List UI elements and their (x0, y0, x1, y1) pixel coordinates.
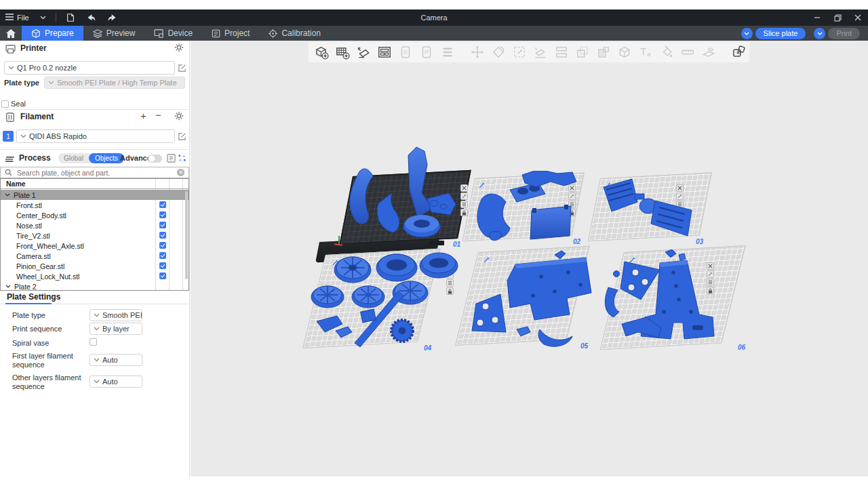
remove-filament-button[interactable]: − (155, 109, 161, 121)
edit-plate-icon[interactable] (446, 271, 454, 279)
edit-plate-icon[interactable] (578, 271, 586, 279)
list-item[interactable]: Camera.stl (1, 251, 183, 261)
seal-checkbox[interactable] (1, 100, 9, 108)
rename-plate-icon[interactable] (479, 179, 485, 191)
ps-plate-type-select[interactable]: Smooth PEI ... (90, 309, 142, 321)
printer-settings-button[interactable] (174, 43, 184, 55)
filament-settings-button[interactable] (174, 111, 184, 123)
redo-button[interactable] (102, 9, 123, 26)
process-list-view-button[interactable] (167, 153, 176, 165)
visibility-checkbox[interactable] (159, 201, 166, 208)
ps-first-layer-select[interactable]: Auto (90, 354, 142, 366)
tab-project[interactable]: Project (202, 26, 259, 41)
advanced-toggle[interactable] (148, 155, 162, 163)
ps-print-sequence-select[interactable]: By layer (90, 323, 142, 335)
tab-prepare[interactable]: Prepare (22, 26, 83, 41)
search-input[interactable] (16, 168, 177, 178)
plate-settings-icon[interactable] (460, 201, 468, 208)
list-item[interactable]: Tire_V2.stl (1, 230, 183, 241)
rename-plate-icon[interactable] (629, 253, 635, 266)
plate-settings-icon[interactable] (578, 279, 586, 287)
list-item-plate1[interactable]: Plate 1 (1, 190, 189, 200)
rename-plate-icon[interactable] (605, 179, 611, 191)
save-project-button[interactable] (60, 9, 81, 26)
list-item-plate2[interactable]: Plate 2 (1, 281, 183, 291)
lock-plate-icon[interactable] (707, 287, 714, 294)
auto-orient-icon[interactable] (356, 45, 371, 60)
arrange-icon[interactable] (377, 45, 392, 60)
delete-plate-icon[interactable] (446, 263, 454, 270)
tab-calibration[interactable]: Calibration (259, 26, 330, 41)
edit-plate-icon[interactable] (676, 192, 684, 200)
visibility-checkbox[interactable] (159, 222, 166, 228)
edit-plate-icon[interactable] (460, 192, 468, 200)
edit-plate-icon[interactable] (707, 270, 714, 278)
add-plate-icon[interactable] (335, 45, 350, 60)
build-plate-4[interactable] (302, 249, 441, 349)
assembly-icon[interactable] (731, 45, 746, 60)
list-item[interactable]: Wheel_Lock_Nut.stl (1, 271, 183, 281)
list-item[interactable]: Nose.stl (1, 220, 183, 230)
lock-plate-icon[interactable] (578, 287, 586, 295)
filament-preset-select[interactable]: QIDI ABS Rapido (16, 129, 175, 143)
file-menu[interactable]: File (0, 9, 35, 26)
edit-filament-button[interactable] (178, 131, 186, 144)
build-plate-5[interactable] (455, 246, 590, 346)
visibility-checkbox[interactable] (159, 211, 166, 218)
edit-plate-icon[interactable] (568, 192, 576, 200)
home-button[interactable] (0, 26, 22, 41)
rename-plate-icon[interactable] (484, 253, 490, 266)
list-item[interactable]: Center_Body.stl (1, 210, 183, 220)
slice-options-dropdown[interactable] (741, 28, 753, 39)
edit-printer-button[interactable] (178, 63, 186, 75)
visibility-checkbox[interactable] (159, 252, 166, 259)
tab-preview[interactable]: Preview (83, 26, 145, 41)
process-compare-button[interactable] (178, 153, 186, 165)
spiral-vase-checkbox[interactable] (90, 338, 97, 346)
clear-search-button[interactable]: ✕ (177, 169, 184, 176)
minimize-button[interactable] (807, 9, 827, 26)
scope-global-segment[interactable]: Global (58, 155, 89, 162)
delete-plate-icon[interactable] (460, 184, 468, 192)
delete-plate-icon[interactable] (676, 184, 684, 192)
close-button[interactable] (848, 9, 868, 26)
plate-type-select: Smooth PEI Plate / High Temp Plate (44, 77, 185, 89)
clone-icon (575, 45, 590, 60)
slice-plate-button[interactable]: Slice plate (755, 28, 806, 39)
print-options-dropdown[interactable] (814, 28, 825, 39)
list-item[interactable]: Pinion_Gear.stl (1, 261, 183, 271)
lock-plate-icon[interactable] (568, 209, 576, 216)
restore-button[interactable] (827, 9, 848, 26)
viewport-3d[interactable]: 0 P Ta (191, 41, 868, 476)
plate-settings-icon[interactable] (568, 201, 576, 208)
delete-plate-icon[interactable] (568, 184, 576, 192)
tab-device[interactable]: Device (144, 26, 202, 41)
visibility-checkbox[interactable] (159, 262, 166, 269)
plate-settings-icon[interactable] (707, 279, 714, 286)
visibility-checkbox[interactable] (159, 272, 166, 279)
add-filament-button[interactable]: + (140, 110, 146, 121)
printer-preset-select[interactable]: Q1 Pro 0.2 nozzle (4, 61, 175, 75)
lock-plate-icon[interactable] (676, 209, 684, 216)
file-menu-chevron[interactable] (35, 9, 52, 26)
list-item[interactable]: Front.stl (1, 200, 183, 210)
lock-plate-icon[interactable] (460, 209, 468, 216)
plate-settings-icon[interactable] (446, 279, 454, 287)
visibility-checkbox[interactable] (159, 242, 166, 249)
scope-objects-segment[interactable]: Objects (89, 153, 124, 163)
delete-plate-icon[interactable] (578, 263, 586, 270)
list-scrollbar[interactable] (185, 191, 188, 279)
build-plate-6[interactable] (600, 245, 746, 350)
plate-settings-icon[interactable] (676, 201, 684, 208)
visibility-checkbox[interactable] (159, 232, 166, 239)
print-button[interactable]: Print (828, 28, 860, 39)
list-item[interactable]: Front_Wheel_Axle.stl (1, 241, 183, 251)
ps-other-layers-select[interactable]: Auto (90, 375, 142, 388)
filament-slot-badge[interactable]: 1 (3, 131, 14, 142)
undo-button[interactable] (81, 9, 102, 26)
build-plate-1[interactable] (339, 170, 471, 245)
delete-plate-icon[interactable] (707, 262, 714, 270)
lock-plate-icon[interactable] (446, 287, 454, 295)
rename-plate-icon[interactable] (332, 256, 338, 268)
add-object-icon[interactable] (314, 45, 329, 60)
